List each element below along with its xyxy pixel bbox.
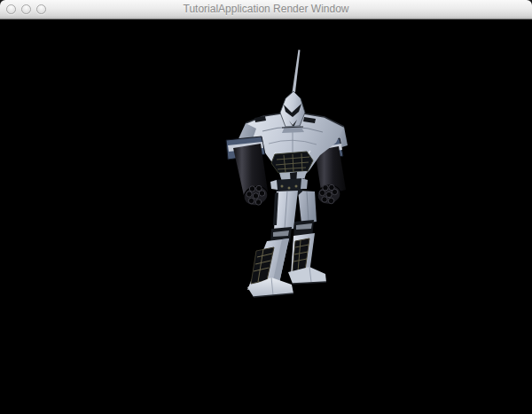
titlebar[interactable]: TutorialApplication Render Window <box>0 0 532 20</box>
robot-left-leg <box>247 191 298 297</box>
render-window: TutorialApplication Render Window <box>0 0 532 414</box>
window-controls <box>6 4 46 14</box>
robot-model <box>0 20 532 414</box>
minimize-button-icon[interactable] <box>21 4 31 14</box>
window-title: TutorialApplication Render Window <box>0 0 532 19</box>
close-button-icon[interactable] <box>6 4 16 14</box>
robot-head <box>280 50 305 133</box>
render-viewport[interactable] <box>0 20 532 414</box>
zoom-button-icon[interactable] <box>36 4 46 14</box>
